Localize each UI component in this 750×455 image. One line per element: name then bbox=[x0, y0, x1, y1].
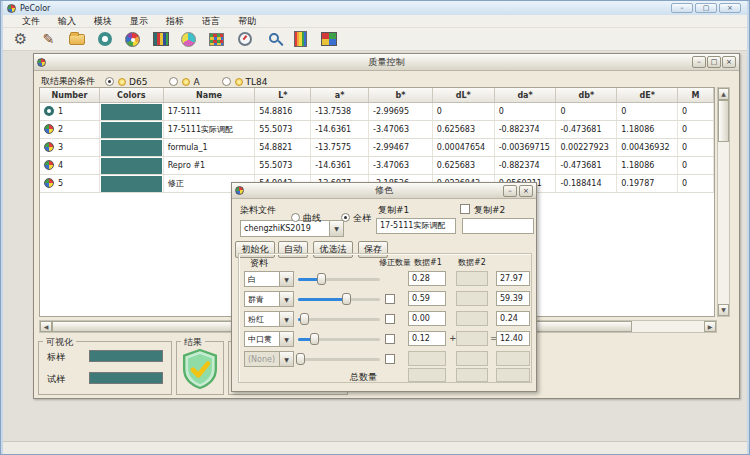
dialog-minimize-button[interactable]: – bbox=[503, 185, 517, 197]
scroll-down-arrow[interactable]: ▼ bbox=[718, 304, 729, 316]
amount-slider-4[interactable] bbox=[298, 351, 380, 367]
column-header-Number[interactable]: Number bbox=[40, 88, 100, 102]
slider-thumb[interactable] bbox=[317, 273, 326, 285]
data1-label: 数据#1 bbox=[414, 257, 442, 268]
qc-minimize-button[interactable]: – bbox=[692, 56, 706, 68]
copy2-checkbox[interactable] bbox=[460, 204, 470, 214]
vertical-scroll-thumb[interactable] bbox=[718, 100, 729, 142]
column-header-L*[interactable]: L* bbox=[255, 88, 311, 102]
menu-item-4[interactable]: 指标 bbox=[157, 15, 193, 28]
column-header-dE*[interactable]: dE* bbox=[617, 88, 678, 102]
qc-titlebar[interactable]: 质量控制 – □ × bbox=[34, 54, 739, 71]
value-cell: 0 bbox=[678, 157, 714, 174]
fix-checkbox-3[interactable] bbox=[385, 334, 395, 344]
table-vertical-scrollbar[interactable]: ▲ ▼ bbox=[717, 87, 730, 317]
toolbar-button-donut[interactable] bbox=[92, 29, 117, 49]
pecolor-window: PeColor – ▢ × 文件输入模块显示指标语言帮助 ⚙✎ 质量控制 – □… bbox=[0, 0, 750, 455]
data1-field-1[interactable]: 0.59 bbox=[408, 291, 446, 306]
column-header-b*[interactable]: b* bbox=[369, 88, 433, 102]
scroll-left-arrow[interactable]: ◀ bbox=[40, 321, 52, 332]
fix-checkbox-4[interactable] bbox=[385, 354, 395, 364]
result-panel: 结果 bbox=[176, 341, 224, 395]
illuminant-radio-D65[interactable] bbox=[105, 77, 114, 86]
column-header-M[interactable]: M bbox=[678, 88, 714, 102]
menu-item-0[interactable]: 文件 bbox=[13, 15, 49, 28]
dye-file-dropdown[interactable]: chengzhiKS2019 ▼ bbox=[240, 220, 344, 237]
menu-item-6[interactable]: 帮助 bbox=[229, 15, 265, 28]
toolbar-button-gauge[interactable] bbox=[232, 29, 257, 49]
slider-thumb[interactable] bbox=[296, 353, 305, 365]
copy1-field[interactable]: 17-5111实际调配 bbox=[376, 218, 456, 234]
data1-field-0[interactable]: 0.28 bbox=[408, 271, 446, 286]
toolbar-button-rainbow[interactable] bbox=[288, 29, 313, 49]
dropdown-arrow-icon[interactable]: ▼ bbox=[279, 312, 293, 326]
fix-checkbox-1[interactable] bbox=[385, 294, 395, 304]
illuminant-radio-A[interactable] bbox=[169, 77, 178, 86]
toolbar-button-folder[interactable] bbox=[64, 29, 89, 49]
illuminant-radio-TL84[interactable] bbox=[222, 77, 231, 86]
column-header-a*[interactable]: a* bbox=[311, 88, 369, 102]
qc-close-button[interactable]: × bbox=[722, 56, 736, 68]
colors-cell bbox=[100, 157, 164, 174]
main-titlebar[interactable]: PeColor – ▢ × bbox=[3, 1, 747, 15]
table-row[interactable]: 4Repro #155.5073-14.6361-3.470630.625683… bbox=[40, 157, 714, 175]
column-header-da*[interactable]: da* bbox=[495, 88, 557, 102]
toolbar-button-dots[interactable] bbox=[204, 29, 229, 49]
dropdown-arrow-icon[interactable]: ▼ bbox=[279, 332, 293, 346]
table-row[interactable]: 217-5111实际调配55.5073-14.6361-3.470630.625… bbox=[40, 121, 714, 139]
toolbar-button-settings[interactable]: ⚙ bbox=[8, 29, 33, 49]
slider-thumb[interactable] bbox=[310, 333, 319, 345]
dialog-titlebar[interactable]: 修色 – × bbox=[232, 183, 536, 199]
amount-slider-2[interactable] bbox=[298, 311, 380, 327]
toolbar-button-palette[interactable] bbox=[120, 29, 145, 49]
toolbar-button-wheel[interactable] bbox=[176, 29, 201, 49]
value-cell: 1.18086 bbox=[617, 157, 678, 174]
value-cell: 0 bbox=[556, 103, 617, 120]
amount-slider-1[interactable] bbox=[298, 291, 380, 307]
minimize-button[interactable]: – bbox=[671, 3, 693, 13]
dialog-radio-0[interactable] bbox=[291, 213, 300, 222]
fix-checkbox-2[interactable] bbox=[385, 314, 395, 324]
name-cell: Repro #1 bbox=[164, 157, 256, 174]
menu-item-1[interactable]: 输入 bbox=[49, 15, 85, 28]
toolbar-button-bars[interactable] bbox=[148, 29, 173, 49]
table-row[interactable]: 117-511154.8816-13.7538-2.9969500000 bbox=[40, 103, 714, 121]
colorant-dropdown-4[interactable]: (None)▼ bbox=[244, 351, 294, 367]
column-header-Colors[interactable]: Colors bbox=[100, 88, 164, 102]
amount-slider-0[interactable] bbox=[298, 271, 380, 287]
maximize-button[interactable]: ▢ bbox=[695, 3, 717, 13]
dropdown-arrow-icon[interactable]: ▼ bbox=[279, 292, 293, 306]
colorant-dropdown-0[interactable]: 白▼ bbox=[244, 271, 294, 287]
toolbar-button-pen[interactable]: ✎ bbox=[36, 29, 61, 49]
column-header-db*[interactable]: db* bbox=[556, 88, 617, 102]
scroll-right-arrow[interactable]: ▶ bbox=[704, 321, 716, 332]
value-cell: 0 bbox=[617, 103, 678, 120]
dialog-close-button[interactable]: × bbox=[519, 185, 533, 197]
table-row[interactable]: 3formula_154.8821-13.7575-2.994670.00047… bbox=[40, 139, 714, 157]
menu-item-3[interactable]: 显示 bbox=[121, 15, 157, 28]
value-cell: 0.625683 bbox=[433, 121, 495, 138]
data1-field-2[interactable]: 0.00 bbox=[408, 311, 446, 326]
qc-restore-button[interactable]: □ bbox=[707, 56, 721, 68]
toolbar-button-search[interactable] bbox=[260, 29, 285, 49]
slider-thumb[interactable] bbox=[342, 293, 351, 305]
copy2-field[interactable] bbox=[462, 218, 534, 234]
toolbar-button-color-grid[interactable] bbox=[316, 29, 341, 49]
colorant-dropdown-2[interactable]: 粉红▼ bbox=[244, 311, 294, 327]
close-button[interactable]: × bbox=[719, 3, 741, 13]
dropdown-arrow-icon[interactable]: ▼ bbox=[329, 221, 343, 236]
colorant-dropdown-3[interactable]: 中口黄▼ bbox=[244, 331, 294, 347]
dropdown-arrow-icon[interactable]: ▼ bbox=[279, 272, 293, 286]
slider-thumb[interactable] bbox=[300, 313, 309, 325]
data1-field-4 bbox=[408, 351, 446, 366]
scroll-up-arrow[interactable]: ▲ bbox=[718, 88, 729, 100]
menu-item-5[interactable]: 语言 bbox=[193, 15, 229, 28]
column-header-dL*[interactable]: dL* bbox=[433, 88, 495, 102]
dropdown-arrow-icon[interactable]: ▼ bbox=[279, 352, 293, 366]
data1-field-3[interactable]: 0.12 bbox=[408, 331, 446, 346]
colorant-dropdown-1[interactable]: 群青▼ bbox=[244, 291, 294, 307]
column-header-Name[interactable]: Name bbox=[164, 88, 256, 102]
dialog-radio-1[interactable] bbox=[341, 213, 350, 222]
menu-item-2[interactable]: 模块 bbox=[85, 15, 121, 28]
amount-slider-3[interactable] bbox=[298, 331, 380, 347]
